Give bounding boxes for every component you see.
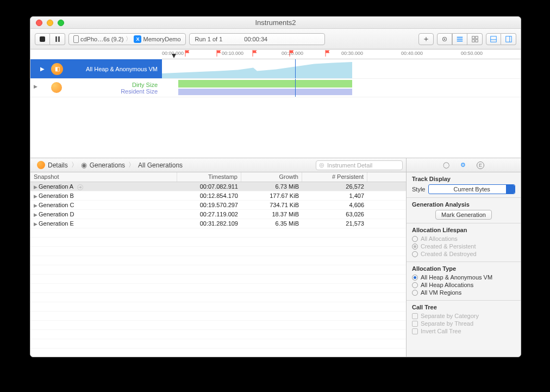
allocation-type-title: Allocation Type: [412, 265, 515, 272]
allocation-lifespan-section: Allocation Lifespan All AllocationsCreat…: [407, 223, 521, 262]
ruler-tick: 00:50.000: [461, 51, 483, 56]
track-memory-header[interactable]: ▶ Dirty Size Resident Size: [30, 79, 162, 97]
playhead[interactable]: [295, 59, 296, 78]
calltree-option: Separate by Thread: [412, 320, 515, 327]
table-row[interactable]: ▶Generation C00:19.570.297734.71 KiB4,60…: [30, 201, 406, 210]
lifespan-option: Created & Destroyed: [412, 251, 515, 257]
disclosure-triangle-icon[interactable]: ▶: [34, 203, 38, 208]
disclosure-triangle-icon[interactable]: ▶: [34, 184, 38, 190]
table-row[interactable]: ▶Generation B00:12.854.170177.67 KiB1,40…: [30, 191, 406, 201]
checkbox-icon: [412, 328, 418, 334]
flag-icon[interactable]: [325, 50, 330, 57]
info-icon[interactable]: ➜: [77, 184, 83, 190]
ruler-tick: 01:00.000: [521, 51, 521, 56]
col-persistent[interactable]: # Persistent: [302, 172, 367, 182]
radio-icon: [412, 282, 418, 288]
svg-rect-6: [491, 36, 497, 42]
detail-pane-toggle[interactable]: [486, 33, 501, 45]
view-list-button[interactable]: [452, 33, 467, 45]
run-info[interactable]: Run 1 of 1 00:00:34: [189, 33, 325, 45]
track-allocations-header[interactable]: ▶ ◧ All Heap & Anonymous VM: [30, 59, 162, 78]
instruments-window: Instruments2 cdPho…6s (9.2) 〉 XMemoryDem…: [30, 16, 521, 357]
panel-bottom-icon: [490, 35, 497, 43]
alloc-type-option[interactable]: All Heap & Anonymous VM: [412, 274, 515, 281]
flag-icon[interactable]: [185, 50, 190, 57]
crumb-details[interactable]: Details: [34, 161, 71, 169]
target-process-label: MemoryDemo: [143, 36, 180, 42]
bottom-split: Details 〉 ◉Generations 〉 All Generations…: [30, 158, 521, 357]
table-header[interactable]: Snapshot Timestamp Growth # Persistent: [30, 172, 406, 182]
radio-icon: [412, 275, 418, 281]
ruler-tick: 00:30.000: [341, 51, 363, 56]
svg-marker-10: [172, 54, 176, 58]
call-tree-section: Call Tree Separate by CategorySeparate b…: [407, 301, 521, 339]
device-icon: [73, 35, 79, 43]
ruler-tick: 00:40.000: [401, 51, 423, 56]
time-ruler[interactable]: 00:00.00000:10.00000:20.00000:30.00000:4…: [162, 49, 521, 59]
svg-rect-8: [505, 36, 511, 42]
target-chooser[interactable]: cdPho…6s (9.2) 〉 XMemoryDemo: [68, 33, 186, 45]
allocation-type-section: Allocation Type All Heap & Anonymous VMA…: [407, 262, 521, 301]
alloc-type-option[interactable]: All VM Regions: [412, 289, 515, 296]
run-info-tab-icon[interactable]: ◯: [443, 161, 449, 169]
radio-icon: [412, 244, 418, 250]
playhead[interactable]: [295, 79, 296, 97]
radio-icon: [412, 251, 418, 257]
window-title: Instruments2: [30, 18, 521, 27]
disclosure-triangle-icon[interactable]: ▶: [34, 221, 38, 227]
svg-rect-5: [475, 39, 477, 41]
checkbox-icon: [412, 321, 418, 327]
ruler-tick: 00:10.000: [222, 51, 243, 56]
svg-rect-2: [472, 36, 474, 38]
flag-icon[interactable]: [252, 50, 258, 57]
view-grid-button[interactable]: [467, 33, 483, 45]
elapsed-time: 00:00:34: [244, 36, 267, 42]
call-tree-title: Call Tree: [412, 304, 515, 310]
gear-icon: [441, 35, 448, 43]
list-icon: [456, 35, 464, 43]
alloc-type-option[interactable]: All Heap Allocations: [412, 282, 515, 288]
detail-filter-input[interactable]: ◎ Instrument Detail: [316, 160, 403, 170]
grid-icon: [471, 35, 479, 43]
mark-generation-button[interactable]: Mark Generation: [435, 210, 492, 220]
pause-button[interactable]: [50, 33, 65, 45]
crumb-scope[interactable]: All Generations: [135, 161, 186, 169]
track-memory-body[interactable]: [162, 79, 521, 97]
table-row[interactable]: ▶Generation E00:31.282.1096.35 MiB21,573: [30, 219, 406, 228]
style-select[interactable]: Current Bytes: [428, 184, 515, 194]
col-snapshot[interactable]: Snapshot: [30, 172, 177, 182]
inspector-pane-toggle[interactable]: [501, 33, 516, 45]
add-instrument-button[interactable]: ＋: [418, 33, 434, 45]
calltree-option: Separate by Category: [412, 313, 515, 319]
lifespan-option: Created & Persistent: [412, 243, 515, 250]
disclosure-triangle-icon[interactable]: ▶: [34, 84, 38, 89]
crumb-view[interactable]: ◉Generations: [78, 161, 128, 169]
inspector-pane: ◯ ⚙ E Track Display Style Current Bytes …: [407, 158, 521, 357]
timeline[interactable]: 00:00.00000:10.00000:20.00000:30.00000:4…: [30, 49, 521, 158]
col-timestamp[interactable]: Timestamp: [177, 172, 241, 182]
flag-icon[interactable]: [216, 50, 222, 57]
display-settings-tab-icon[interactable]: ⚙: [460, 161, 466, 169]
track-allocations-body[interactable]: [162, 59, 521, 78]
table-row[interactable]: ▶Generation A ➜00:07.082.9116.73 MiB26,5…: [30, 182, 406, 191]
col-growth[interactable]: Growth: [241, 172, 302, 182]
flag-icon[interactable]: [289, 50, 295, 57]
record-stop-button[interactable]: [35, 33, 50, 45]
strategy-button[interactable]: [437, 33, 452, 45]
disclosure-triangle-icon[interactable]: ▶: [34, 194, 38, 199]
toolbar: cdPho…6s (9.2) 〉 XMemoryDemo Run 1 of 1 …: [30, 29, 521, 49]
lifespan-option: All Allocations: [412, 235, 515, 242]
disclosure-triangle-icon[interactable]: ▶: [34, 212, 38, 217]
extended-detail-tab-icon[interactable]: E: [477, 161, 484, 169]
disclosure-triangle-icon[interactable]: ▶: [40, 66, 45, 72]
generations-table[interactable]: ▶Generation A ➜00:07.082.9116.73 MiB26,5…: [30, 182, 406, 357]
generation-analysis-title: Generation Analysis: [412, 201, 515, 208]
playhead-marker-icon[interactable]: [172, 54, 176, 59]
detail-breadcrumb: Details 〉 ◉Generations 〉 All Generations…: [30, 158, 406, 172]
track-display-title: Track Display: [412, 176, 515, 182]
camera-icon: ◉: [81, 161, 87, 169]
table-row[interactable]: ▶Generation D00:27.119.00218.37 MiB63,02…: [30, 210, 406, 219]
allocations-icon: [37, 161, 45, 169]
svg-point-1: [444, 38, 446, 40]
track-display-section: Track Display Style Current Bytes: [407, 172, 521, 198]
